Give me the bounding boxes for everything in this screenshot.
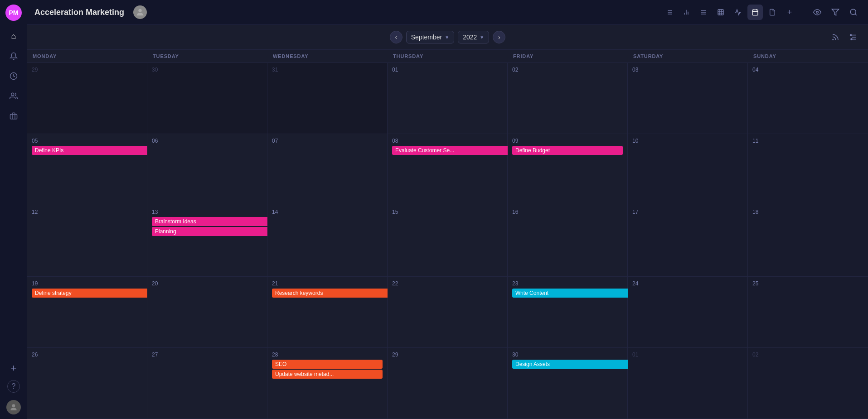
event-seo[interactable]: SEO: [272, 360, 383, 369]
cal-cell[interactable]: 07: [267, 134, 388, 205]
cal-cell[interactable]: 29: [388, 348, 508, 419]
outline-view-btn[interactable]: [696, 5, 711, 20]
sidebar-item-briefcase[interactable]: [5, 108, 22, 124]
doc-view-btn[interactable]: [765, 5, 780, 20]
cal-cell[interactable]: 29: [27, 63, 147, 134]
next-month-btn[interactable]: ›: [493, 31, 505, 43]
cal-cell[interactable]: 30: [147, 63, 267, 134]
cal-cell[interactable]: 05 Define KPIs: [27, 134, 147, 205]
project-title: Acceleration Marketing: [34, 8, 124, 17]
list-view-btn[interactable]: [661, 5, 677, 20]
cal-cell[interactable]: 03: [628, 63, 748, 134]
cal-cell[interactable]: 13 Brainstorm Ideas Planning: [147, 205, 267, 276]
day-header-fri: FRIDAY: [508, 50, 628, 63]
calendar-container: ‹ September ▼ 2022 ▼ › MONDAY TUES: [27, 25, 868, 419]
table-view-btn[interactable]: [713, 5, 728, 20]
svg-point-3: [12, 404, 15, 407]
chart-view-btn[interactable]: [679, 5, 694, 20]
settings-icon[interactable]: [846, 30, 861, 44]
cal-cell[interactable]: 22: [388, 277, 508, 348]
rss-icon[interactable]: [828, 30, 843, 44]
view-toolbar: +: [661, 5, 797, 20]
cal-cell[interactable]: 09 Define Budget: [508, 134, 628, 205]
day-header-wed: WEDNESDAY: [267, 50, 388, 63]
svg-rect-22: [752, 10, 758, 15]
sidebar-item-home[interactable]: ⌂: [5, 28, 22, 44]
sidebar-item-notifications[interactable]: [5, 48, 22, 64]
sidebar-item-help[interactable]: ?: [7, 380, 20, 393]
eye-icon[interactable]: [810, 5, 824, 19]
month-arrow: ▼: [445, 35, 449, 40]
cal-cell[interactable]: 19 Define strategy: [27, 277, 147, 348]
cal-cell[interactable]: 11: [748, 134, 868, 205]
filter-icon[interactable]: [828, 5, 843, 19]
svg-line-29: [855, 14, 856, 15]
cal-cell[interactable]: 16: [508, 205, 628, 276]
svg-point-35: [851, 39, 852, 40]
cal-cell[interactable]: 20: [147, 277, 267, 348]
cal-cell[interactable]: 02: [748, 348, 868, 419]
cal-cell[interactable]: 25: [748, 277, 868, 348]
cal-cell[interactable]: 01: [388, 63, 508, 134]
app-logo[interactable]: PM: [5, 5, 22, 21]
cal-cell[interactable]: 10: [628, 134, 748, 205]
calendar-header: ‹ September ▼ 2022 ▼ ›: [27, 25, 868, 50]
cal-cell[interactable]: 28 SEO Update website metad...: [267, 348, 388, 419]
sidebar-item-people[interactable]: [5, 88, 22, 104]
month-selector[interactable]: September ▼: [406, 31, 454, 43]
cal-cell[interactable]: 23 Write Content: [508, 277, 628, 348]
search-icon[interactable]: [846, 5, 861, 19]
svg-point-4: [138, 9, 141, 12]
year-label: 2022: [463, 34, 477, 41]
svg-rect-17: [718, 10, 723, 15]
cal-cell[interactable]: 06: [147, 134, 267, 205]
event-update-website[interactable]: Update website metad...: [272, 370, 383, 379]
svg-rect-2: [10, 114, 17, 119]
calendar-grid: 29 30 31 01 02 03 04 05 Define KPIs 06 0…: [27, 63, 868, 419]
year-arrow: ▼: [480, 35, 484, 40]
day-header-sun: SUNDAY: [748, 50, 868, 63]
cal-header-right: [828, 30, 861, 44]
sidebar-item-history[interactable]: [5, 68, 22, 84]
cal-cell[interactable]: 02: [508, 63, 628, 134]
day-header-tue: TUESDAY: [147, 50, 267, 63]
svg-point-26: [816, 11, 819, 14]
prev-month-btn[interactable]: ‹: [390, 31, 402, 43]
cal-cell[interactable]: 24: [628, 277, 748, 348]
add-view-btn[interactable]: +: [782, 5, 797, 20]
svg-point-30: [833, 39, 834, 40]
cal-cell[interactable]: 12: [27, 205, 147, 276]
year-selector[interactable]: 2022 ▼: [458, 31, 489, 43]
sidebar-item-add[interactable]: +: [5, 360, 22, 376]
cal-cell[interactable]: 26: [27, 348, 147, 419]
cal-cell[interactable]: 08 Evaluate Customer Se...: [388, 134, 508, 205]
cal-cell[interactable]: 17: [628, 205, 748, 276]
month-label: September: [411, 34, 442, 41]
topbar-avatar: [133, 5, 147, 19]
main-area: Acceleration Marketing: [27, 0, 868, 419]
sidebar: PM ⌂ + ?: [0, 0, 27, 419]
activity-view-btn[interactable]: [730, 5, 746, 20]
event-define-budget[interactable]: Define Budget: [512, 146, 623, 155]
cal-cell[interactable]: 01: [628, 348, 748, 419]
topbar-right-tools: [810, 5, 861, 19]
cal-cell[interactable]: 18: [748, 205, 868, 276]
day-header-sat: SATURDAY: [628, 50, 748, 63]
cal-cell[interactable]: 27: [147, 348, 267, 419]
svg-point-34: [850, 34, 852, 36]
day-header-thu: THURSDAY: [388, 50, 508, 63]
topbar: Acceleration Marketing: [27, 0, 868, 25]
day-headers: MONDAY TUESDAY WEDNESDAY THURSDAY FRIDAY…: [27, 50, 868, 63]
cal-cell[interactable]: 15: [388, 205, 508, 276]
svg-marker-27: [832, 9, 839, 15]
cal-cell[interactable]: 04: [748, 63, 868, 134]
user-avatar[interactable]: [6, 400, 21, 414]
cal-cell[interactable]: 30 Design Assets: [508, 348, 628, 419]
cal-cell[interactable]: 31: [267, 63, 388, 134]
svg-point-1: [11, 93, 14, 96]
day-header-mon: MONDAY: [27, 50, 147, 63]
svg-point-28: [850, 9, 856, 14]
cal-cell[interactable]: 14: [267, 205, 388, 276]
calendar-view-btn[interactable]: [747, 5, 763, 20]
cal-cell[interactable]: 21 Research keywords: [267, 277, 388, 348]
